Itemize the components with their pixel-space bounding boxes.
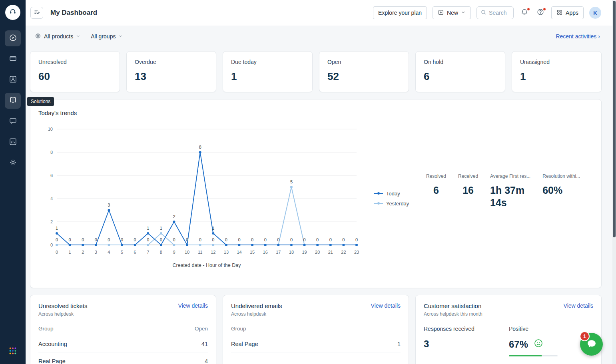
line-chart[interactable]: 0246810012345678910111213141516171819202… (35, 119, 375, 256)
svg-text:8: 8 (160, 250, 162, 255)
edit-list-icon (34, 9, 40, 17)
svg-text:5: 5 (121, 250, 123, 255)
avatar[interactable]: K (589, 7, 601, 19)
recent-activities-link[interactable]: Recent activities › (556, 33, 600, 40)
new-button[interactable]: New (433, 6, 471, 19)
metric-label: Resolution withi... (542, 173, 580, 179)
svg-text:2: 2 (82, 250, 84, 255)
sidebar-item-contacts[interactable] (5, 72, 21, 88)
table-row[interactable]: Accounting 41 (38, 335, 208, 352)
svg-text:18: 18 (289, 250, 294, 255)
svg-text:0: 0 (82, 237, 84, 242)
search-box[interactable] (476, 6, 514, 19)
svg-text:0: 0 (95, 237, 97, 242)
help-button[interactable] (535, 8, 546, 18)
svg-text:1: 1 (56, 226, 58, 231)
sidebar-item-analytics[interactable] (5, 134, 21, 150)
svg-text:19: 19 (302, 250, 307, 255)
solutions-tooltip: Solutions (27, 97, 54, 106)
unresolved-tickets-table: Group Open Accounting 41 Real Page 4 (38, 322, 208, 364)
sidebar-item-admin[interactable] (5, 155, 21, 171)
gear-icon (9, 158, 17, 168)
today-series-marker (374, 191, 383, 197)
legend-item-today[interactable]: Today (374, 191, 409, 197)
stat-value: 60 (38, 70, 112, 83)
count-cell: 1 (397, 341, 401, 347)
chat-widget-badge[interactable]: 1 (580, 331, 590, 341)
groups-filter-dropdown[interactable]: All groups (91, 33, 123, 40)
todays-trends-panel: Today's trends 0246810012345678910111213… (30, 99, 602, 288)
column-header-open: Open (195, 326, 208, 332)
svg-text:4: 4 (108, 250, 110, 255)
stat-label: Overdue (135, 59, 208, 65)
view-details-link[interactable]: View details (178, 302, 208, 309)
stat-card-overdue[interactable]: Overdue 13 (126, 51, 216, 92)
svg-text:3: 3 (95, 250, 97, 255)
view-details-link[interactable]: View details (564, 302, 593, 309)
svg-text:14: 14 (237, 250, 241, 255)
view-details-link[interactable]: View details (371, 302, 401, 309)
freshworks-switcher-icon[interactable] (8, 346, 17, 357)
legend-item-yesterday[interactable]: Yesterday (374, 201, 409, 207)
group-cell: Accounting (38, 341, 67, 347)
stat-card-unassigned[interactable]: Unassigned 1 (512, 51, 602, 92)
stat-card-open[interactable]: Open 52 (319, 51, 409, 92)
ticket-icon (9, 54, 17, 64)
legend-label: Today (386, 191, 400, 197)
stat-value: 52 (327, 70, 401, 83)
sidebar-item-forums[interactable] (5, 113, 21, 129)
customize-dashboard-button[interactable] (30, 7, 43, 19)
svg-text:0: 0 (329, 237, 332, 242)
column-header-group: Group (231, 326, 246, 332)
yesterday-series-marker (374, 201, 383, 207)
undelivered-emails-card: Undelivered emails Across helpdesk View … (223, 295, 409, 364)
metric-label: Average First res... (490, 173, 530, 179)
sidebar-item-solutions[interactable] (5, 93, 21, 109)
table-row[interactable]: Real Page 4 (38, 352, 208, 364)
metric-value: 1h 37m 14s (490, 184, 530, 209)
svg-text:0: 0 (316, 237, 319, 242)
stat-value: 1 (520, 70, 593, 83)
help-dot (543, 8, 546, 11)
metric-resolved: Resolved 6 (426, 173, 446, 209)
products-filter-dropdown[interactable]: All products (35, 33, 80, 40)
svg-text:20: 20 (315, 250, 320, 255)
open-count-cell: 41 (201, 341, 208, 347)
metric-avg-first-response: Average First res... 1h 37m 14s (490, 173, 530, 209)
sidebar-item-dashboard[interactable] (5, 30, 21, 46)
open-count-cell: 4 (205, 358, 208, 364)
svg-text:0: 0 (160, 237, 162, 242)
explore-plan-button[interactable]: Explore your plan (373, 6, 427, 19)
stat-cards-row: Unresolved 60 Overdue 13 Due today 1 Ope… (30, 51, 602, 92)
explore-plan-label: Explore your plan (378, 10, 422, 16)
svg-text:4: 4 (50, 196, 53, 201)
stat-card-on-hold[interactable]: On hold 6 (415, 51, 505, 92)
stat-card-due-today[interactable]: Due today 1 (223, 51, 313, 92)
apps-label: Apps (566, 10, 578, 16)
table-row[interactable]: Real Page 1 (231, 335, 401, 352)
metric-value: 16 (458, 184, 478, 197)
svg-text:13: 13 (224, 250, 229, 255)
scrollbar[interactable] (612, 0, 616, 364)
freshdesk-logo[interactable] (5, 5, 20, 20)
responses-label: Responses received (424, 326, 509, 332)
trends-chart[interactable]: 0246810012345678910111213141516171819202… (35, 119, 375, 268)
scrollbar-thumb[interactable] (613, 1, 616, 237)
metric-label: Resolved (426, 173, 446, 179)
card-subtitle: Across helpdesk this month (424, 311, 482, 317)
satisfaction-progress-fill (509, 355, 542, 356)
page-title: My Dashboard (50, 9, 97, 17)
metric-label: Received (458, 173, 478, 179)
sidebar-item-tickets[interactable] (5, 51, 21, 67)
stat-value: 13 (135, 70, 208, 83)
svg-text:0: 0 (121, 237, 123, 242)
stat-card-unresolved[interactable]: Unresolved 60 (30, 51, 120, 92)
products-filter-label: All products (44, 33, 73, 40)
apps-button[interactable]: Apps (551, 6, 584, 19)
notifications-button[interactable] (519, 8, 530, 18)
globe-icon (35, 33, 41, 40)
satisfaction-progress-bar (509, 355, 558, 356)
svg-text:0: 0 (355, 237, 358, 242)
chat-bubble-icon (9, 117, 17, 127)
search-input[interactable] (489, 10, 510, 16)
